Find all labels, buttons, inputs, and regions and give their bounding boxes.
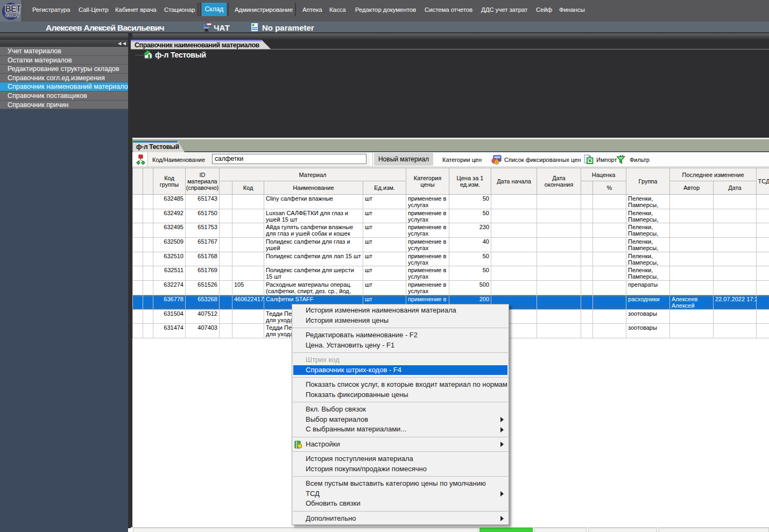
svg-text:СОФТ: СОФТ — [5, 12, 20, 18]
